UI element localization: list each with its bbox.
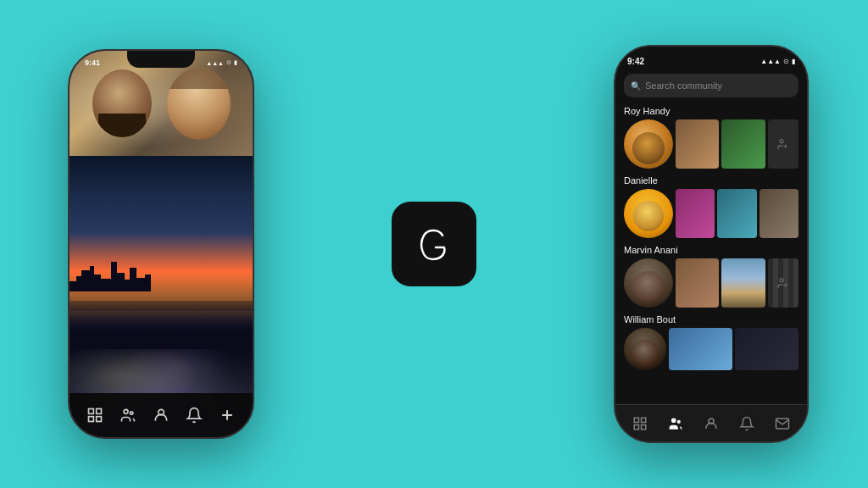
member-name-danielle: Danielle	[624, 175, 798, 186]
app-icon-container	[392, 202, 476, 286]
left-phone: 9:41 ▲▲▲ ⊙ ▮	[68, 49, 254, 439]
svg-point-19	[672, 419, 676, 423]
member-marvin[interactable]: Marvin Anani	[615, 241, 807, 311]
photo-william-2	[735, 328, 798, 370]
rnav-people[interactable]	[668, 416, 683, 431]
photo-marvin-add[interactable]	[768, 258, 798, 308]
svg-rect-16	[642, 418, 646, 422]
rnav-profile[interactable]	[704, 416, 719, 431]
right-phone: 9:42 ▲▲▲ ⊙ ▮ 🔍 Search community Roy Hand…	[614, 45, 809, 443]
member-name-marvin: Marvin Anani	[624, 245, 798, 255]
member-danielle[interactable]: Danielle	[615, 172, 807, 241]
nav-profile-icon[interactable]	[153, 407, 170, 424]
svg-point-9	[780, 140, 783, 143]
app-icon-svg	[407, 217, 462, 272]
photo-marvin-1	[676, 258, 719, 308]
photo-dan-3	[760, 189, 798, 238]
left-status-bar: 9:41 ▲▲▲ ⊙ ▮	[70, 56, 253, 69]
photo-roy-add[interactable]	[768, 119, 798, 169]
avatar-danielle	[624, 189, 673, 238]
svg-point-20	[677, 420, 680, 423]
photo-marvin-2	[721, 258, 765, 308]
member-name-william: William Bout	[624, 314, 798, 324]
avatar-william	[624, 328, 666, 370]
app-icon	[392, 202, 476, 286]
right-time: 9:42	[627, 57, 644, 66]
svg-point-12	[780, 279, 783, 282]
svg-rect-1	[96, 409, 101, 414]
photo-william-1	[669, 328, 732, 370]
photo-roy-2	[721, 119, 765, 169]
left-phone-content	[70, 51, 253, 437]
svg-point-4	[124, 409, 128, 413]
right-status-bar: 9:42 ▲▲▲ ⊙ ▮	[615, 47, 807, 70]
person2-avatar	[167, 68, 231, 140]
rnav-bell[interactable]	[739, 416, 754, 431]
rnav-grid[interactable]	[632, 416, 648, 431]
right-status-icons: ▲▲▲ ⊙ ▮	[760, 58, 795, 65]
nav-bell-icon[interactable]	[186, 407, 203, 424]
svg-rect-3	[96, 417, 101, 422]
avatar-roy	[624, 119, 673, 169]
svg-rect-15	[634, 418, 638, 422]
photo-dan-2	[717, 189, 756, 238]
svg-rect-0	[88, 409, 93, 414]
photo-roy-1	[676, 119, 719, 169]
photo-dan-1	[676, 189, 715, 238]
member-roy[interactable]: Roy Handy	[615, 103, 807, 172]
search-bar[interactable]: 🔍 Search community	[624, 74, 798, 97]
add-people-icon	[776, 137, 790, 151]
svg-point-5	[130, 412, 132, 414]
search-icon: 🔍	[631, 81, 641, 91]
right-bottom-nav	[615, 404, 807, 441]
member-name-roy: Roy Handy	[624, 106, 798, 116]
nav-people-icon[interactable]	[120, 407, 136, 424]
member-photos-danielle	[624, 189, 798, 238]
left-photo-sunset	[70, 156, 253, 349]
left-time: 9:41	[85, 58, 100, 67]
svg-rect-2	[88, 417, 93, 422]
svg-rect-17	[634, 424, 638, 429]
member-photos-william	[624, 328, 798, 370]
member-william[interactable]: William Bout	[615, 311, 807, 374]
community-list: Roy Handy Danielle	[615, 103, 807, 404]
nav-grid-icon[interactable]	[86, 407, 103, 424]
avatar-marvin	[624, 258, 673, 308]
add-people-icon-2	[776, 276, 790, 290]
search-input[interactable]: Search community	[645, 80, 722, 91]
member-photos-roy	[624, 119, 798, 169]
member-photos-marvin	[624, 258, 798, 308]
nav-add-icon[interactable]	[219, 407, 236, 424]
rnav-mail[interactable]	[775, 416, 790, 431]
svg-rect-18	[642, 424, 646, 429]
left-bottom-nav	[70, 393, 253, 437]
left-status-icons: ▲▲▲ ⊙ ▮	[206, 59, 237, 66]
person1-avatar	[92, 69, 152, 137]
